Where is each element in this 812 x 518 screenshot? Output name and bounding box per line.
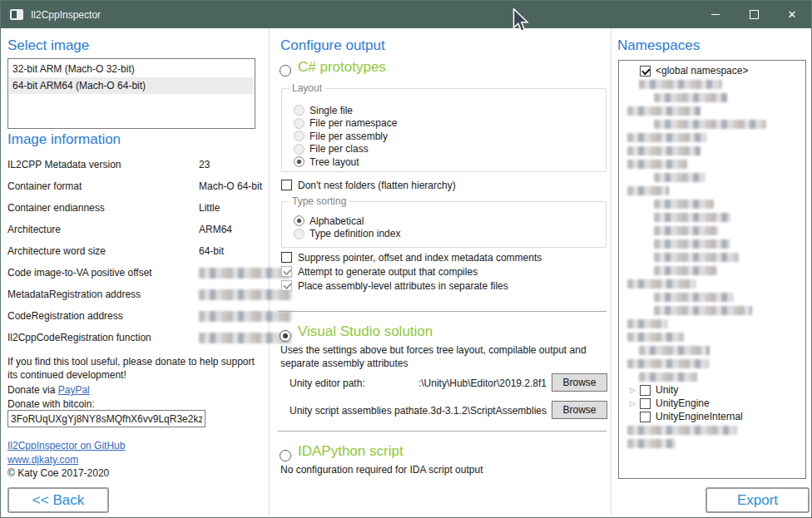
donate-via-line: Donate via PayPal	[7, 383, 90, 397]
type-sorting-options: AlphabeticalType definition index	[282, 202, 606, 240]
unity-script-browse-button[interactable]: Browse	[552, 401, 607, 419]
type-sorting-radio[interactable]	[294, 229, 304, 239]
namespace-row[interactable]	[619, 184, 805, 197]
idapython-label[interactable]: IDAPython script	[298, 443, 404, 460]
unity-editor-path-value: :\Unity\Hub\Editor\2019.2.8f1	[367, 377, 547, 390]
namespace-row[interactable]	[619, 104, 805, 117]
visual-studio-radio[interactable]	[280, 330, 291, 342]
namespace-row[interactable]	[619, 77, 805, 91]
checkbox[interactable]	[281, 280, 292, 291]
flatten-checkbox[interactable]	[281, 180, 292, 190]
namespace-row[interactable]	[619, 317, 805, 330]
namespace-row[interactable]	[619, 277, 805, 290]
redacted-namespace	[654, 120, 766, 129]
github-link[interactable]: Il2CppInspector on GitHub	[7, 439, 125, 452]
type-sorting-option[interactable]: Alphabetical	[282, 215, 606, 228]
namespace-row[interactable]	[619, 437, 805, 450]
layout-radio[interactable]	[294, 156, 304, 167]
namespace-row[interactable]	[619, 131, 805, 144]
namespace-row[interactable]	[619, 91, 805, 104]
csharp-prototypes-label[interactable]: C# prototypes	[298, 59, 386, 76]
minimize-button[interactable]	[696, 1, 735, 28]
namespace-row[interactable]	[619, 423, 805, 437]
namespace-row[interactable]	[619, 144, 805, 157]
namespace-row[interactable]: ▷Unity	[619, 383, 805, 397]
namespace-tree[interactable]: <global namespace>▷Unity▷UnityEngineUnit…	[618, 60, 806, 479]
namespace-row[interactable]	[619, 237, 805, 250]
namespace-row[interactable]	[619, 303, 805, 317]
namespace-row[interactable]: <global namespace>	[619, 64, 805, 77]
back-button[interactable]: << Back	[7, 487, 109, 513]
maximize-icon	[750, 10, 759, 19]
image-listbox[interactable]: 32-bit ARM (Mach-O 32-bit)64-bit ARM64 (…	[7, 58, 255, 129]
namespace-row[interactable]	[619, 357, 805, 370]
type-sorting-radio[interactable]	[294, 215, 304, 226]
namespace-row[interactable]	[619, 264, 805, 277]
unity-editor-browse-button[interactable]: Browse	[552, 373, 607, 392]
namespace-row[interactable]	[619, 157, 805, 170]
titlebar[interactable]: Il2CppInspector ✕	[1, 1, 811, 28]
namespace-checkbox[interactable]	[640, 398, 651, 409]
option-checkbox-row[interactable]: Attempt to generate output that compiles	[281, 264, 542, 279]
idapython-radio[interactable]	[280, 450, 291, 461]
csharp-prototypes-radio[interactable]	[280, 65, 291, 76]
redacted-value	[199, 311, 292, 322]
layout-radio[interactable]	[294, 105, 304, 116]
visual-studio-label[interactable]: Visual Studio solution	[298, 323, 433, 340]
layout-radio[interactable]	[294, 144, 304, 155]
paypal-link[interactable]: PayPal	[58, 384, 90, 396]
namespace-checkbox[interactable]	[640, 66, 651, 76]
option-checkboxes: Suppress pointer, offset and index metad…	[281, 250, 542, 293]
option-checkbox-row[interactable]: Suppress pointer, offset and index metad…	[281, 250, 542, 264]
layout-option[interactable]: Single file	[282, 104, 606, 117]
namespace-row[interactable]	[619, 290, 805, 303]
flatten-checkbox-row[interactable]: Don't nest folders (flatten hierarchy)	[281, 178, 456, 192]
close-button[interactable]: ✕	[773, 1, 811, 28]
image-info-value: 64-bit	[199, 245, 224, 257]
namespace-row[interactable]	[619, 343, 805, 357]
redacted-namespace	[654, 173, 706, 182]
namespace-row[interactable]	[619, 117, 805, 131]
export-button[interactable]: Export	[706, 487, 810, 513]
namespace-row[interactable]	[619, 210, 805, 224]
expander-icon[interactable]: ▷	[630, 383, 640, 397]
idapython-description: No configuration required for IDA script…	[280, 463, 483, 476]
layout-radio[interactable]	[294, 118, 304, 129]
checkbox[interactable]	[281, 252, 292, 263]
expander-icon[interactable]: ▷	[630, 397, 640, 410]
type-sorting-group-label: Type sorting	[289, 195, 349, 207]
redacted-namespace	[654, 306, 752, 315]
image-list-item[interactable]: 64-bit ARM64 (Mach-O 64-bit)	[9, 77, 254, 94]
maximize-button[interactable]	[735, 1, 773, 28]
namespace-row[interactable]	[619, 250, 805, 264]
option-checkbox-row[interactable]: Place assembly-level attributes in separ…	[281, 279, 542, 293]
namespace-row[interactable]	[619, 370, 805, 383]
layout-option[interactable]: File per class	[282, 143, 606, 156]
namespace-row[interactable]: ▷UnityEngine	[619, 397, 805, 410]
layout-radio[interactable]	[294, 131, 304, 141]
namespace-row[interactable]	[619, 330, 805, 343]
namespace-row[interactable]	[619, 170, 805, 184]
namespace-label: UnityEngineInternal	[656, 411, 743, 422]
redacted-namespace	[639, 372, 697, 382]
image-info-rows: IL2CPP Metadata version23Container forma…	[7, 155, 262, 350]
bitcoin-address-input[interactable]	[7, 410, 205, 427]
layout-option[interactable]: File per assembly	[282, 130, 606, 143]
redacted-namespace	[627, 106, 701, 116]
layout-option[interactable]: File per namespace	[282, 117, 606, 131]
type-sorting-option[interactable]: Type definition index	[282, 228, 606, 241]
namespace-row[interactable]: UnityEngineInternal	[619, 410, 805, 423]
website-link[interactable]: www.djkaty.com	[7, 453, 78, 466]
image-list-item[interactable]: 32-bit ARM (Mach-O 32-bit)	[9, 61, 254, 77]
namespace-row[interactable]	[619, 224, 805, 237]
configure-output-heading: Configure output	[280, 37, 385, 54]
layout-option[interactable]: Tree layout	[282, 155, 606, 169]
namespace-row[interactable]	[619, 197, 805, 210]
redacted-namespace	[627, 279, 696, 289]
namespace-checkbox[interactable]	[640, 385, 651, 396]
namespace-checkbox[interactable]	[640, 412, 651, 422]
redacted-value	[199, 268, 292, 279]
checkbox[interactable]	[281, 266, 292, 277]
unity-editor-path-label: Unity editor path:	[290, 377, 365, 390]
donate-via-prefix: Donate via	[7, 384, 58, 396]
